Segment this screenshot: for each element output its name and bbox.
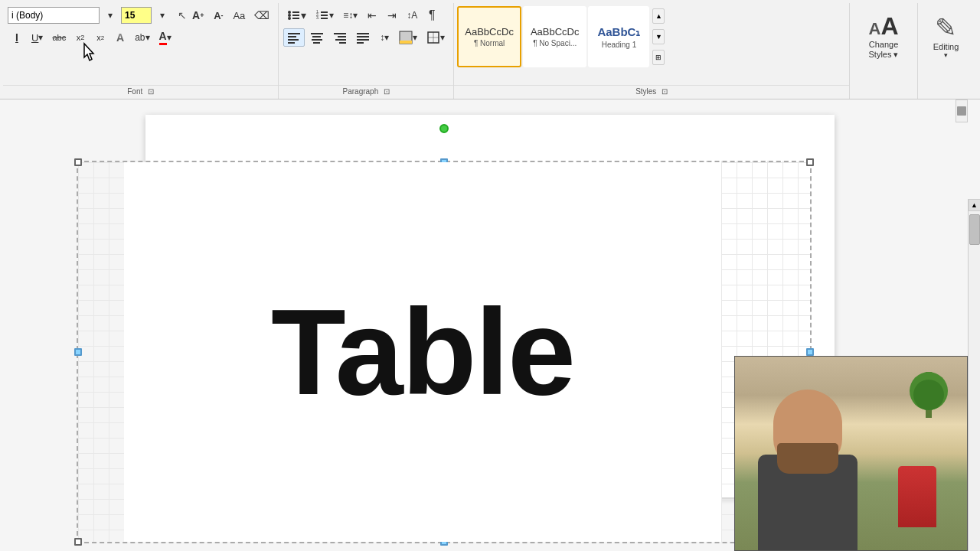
svg-rect-1 xyxy=(292,11,299,13)
svg-rect-19 xyxy=(313,42,320,44)
svg-rect-3 xyxy=(292,15,299,16)
bold-button[interactable]: I xyxy=(8,28,26,47)
clear-formatting-button[interactable]: ⌫ xyxy=(250,6,273,24)
handle-mid-left[interactable] xyxy=(74,348,82,356)
handle-top-right[interactable] xyxy=(806,158,814,166)
right-scrollbar[interactable]: ▲ ▼ xyxy=(968,199,980,551)
person-beard xyxy=(777,443,838,474)
editing-label: Editing xyxy=(933,42,959,51)
red-toy xyxy=(898,466,936,527)
multilevel-list-button[interactable]: ≡↕▾ xyxy=(339,6,361,24)
borders-button[interactable]: ▾ xyxy=(423,28,449,47)
change-case-button[interactable]: Aa xyxy=(229,6,249,24)
shading-icon xyxy=(399,31,413,44)
style-no-spacing[interactable]: AaBbCcDc ¶ No Spaci... xyxy=(523,6,587,67)
style-heading1[interactable]: AaBbC₁ Heading 1 xyxy=(588,6,649,67)
change-styles-button[interactable]: AA ChangeStyles ▾ xyxy=(853,6,914,67)
align-right-button[interactable] xyxy=(329,28,351,47)
svg-point-4 xyxy=(288,17,291,20)
grow-font-button[interactable]: A+ xyxy=(188,6,207,24)
svg-rect-22 xyxy=(335,39,346,41)
numbering-icon: 1. 2. 3. xyxy=(315,8,329,22)
svg-rect-23 xyxy=(339,42,346,44)
bullets-button[interactable]: ▾ xyxy=(283,6,310,24)
font-row1: i (Body) ▾ 15 ▾ ↖ A+ A- Aa ⌫ xyxy=(8,6,273,24)
gallery-scroll-up[interactable]: ▲ xyxy=(652,8,665,24)
svg-rect-5 xyxy=(292,18,299,19)
scroll-top-button[interactable] xyxy=(956,99,968,122)
webcam-overlay xyxy=(734,356,968,551)
font-color-icon: A xyxy=(159,30,167,45)
bullets-icon xyxy=(287,8,301,22)
align-center-button[interactable] xyxy=(306,28,328,47)
font-group-label: Font ⊡ xyxy=(3,85,278,96)
scroll-icon xyxy=(956,106,967,116)
style-nospacing-label: ¶ No Spaci... xyxy=(533,39,577,47)
align-center-icon xyxy=(310,31,324,44)
scroll-thumb[interactable] xyxy=(969,214,980,245)
editing-dropdown-arrow: ▾ xyxy=(944,51,948,59)
change-styles-icon: AA xyxy=(868,14,898,38)
justify-icon xyxy=(356,31,370,44)
sort-button[interactable]: ↕A xyxy=(403,6,421,24)
cursor-position-indicator: ↖ xyxy=(178,9,187,21)
rotation-handle[interactable] xyxy=(439,124,449,133)
style-normal-label: ¶ Normal xyxy=(474,39,505,47)
ribbon-toolbar: i (Body) ▾ 15 ▾ ↖ A+ A- Aa ⌫ I U▾ abc x2 xyxy=(0,0,980,99)
align-right-icon xyxy=(333,31,347,44)
svg-rect-18 xyxy=(312,39,322,41)
editing-button[interactable]: ✎ Editing ▾ xyxy=(921,6,971,67)
highlight-icon: ab xyxy=(135,32,145,43)
decrease-indent-button[interactable]: ⇤ xyxy=(363,6,381,24)
shading-button[interactable]: ▾ xyxy=(395,28,421,47)
handle-mid-right[interactable] xyxy=(806,348,814,356)
font-color-button[interactable]: A▾ xyxy=(155,28,175,47)
increase-indent-button[interactable]: ⇥ xyxy=(383,6,401,24)
gallery-scroll-down[interactable]: ▼ xyxy=(652,29,665,44)
paragraph-group-expand[interactable]: ⊡ xyxy=(384,87,390,96)
scroll-up-arrow[interactable]: ▲ xyxy=(969,199,981,211)
strikethrough-icon: abc xyxy=(52,33,66,42)
line-spacing-button[interactable]: ↕▾ xyxy=(375,28,394,47)
svg-rect-25 xyxy=(357,36,369,37)
svg-point-0 xyxy=(288,11,291,14)
font-name-dropdown[interactable]: ▾ xyxy=(101,6,119,24)
svg-point-2 xyxy=(288,14,291,17)
handle-top-left[interactable] xyxy=(74,158,82,166)
justify-button[interactable] xyxy=(352,28,374,47)
gallery-expand[interactable]: ⊞ xyxy=(652,50,665,65)
show-marks-button[interactable]: ¶ xyxy=(423,6,441,24)
document-area: ▲ ▼ Table xyxy=(0,99,980,551)
superscript-button[interactable]: x2 xyxy=(91,28,109,47)
strikethrough-button[interactable]: abc xyxy=(48,28,70,47)
underline-button[interactable]: U▾ xyxy=(28,28,47,47)
numbering-button[interactable]: 1. 2. 3. ▾ xyxy=(312,6,338,24)
style-normal[interactable]: AaBbCcDc ¶ Normal xyxy=(457,6,521,67)
svg-rect-20 xyxy=(334,33,346,34)
svg-rect-29 xyxy=(400,41,412,44)
subscript-button[interactable]: x2 xyxy=(71,28,90,47)
plant-decoration xyxy=(906,372,952,433)
webcam-content xyxy=(735,357,967,550)
change-styles-area: AA ChangeStyles ▾ xyxy=(850,3,918,99)
table-container[interactable]: Table xyxy=(77,161,812,543)
svg-text:3.: 3. xyxy=(316,15,319,20)
svg-rect-14 xyxy=(288,39,299,41)
editing-area: ✎ Editing ▾ xyxy=(918,3,977,99)
person-silhouette xyxy=(750,382,873,550)
font-row2: I U▾ abc x2 x2 A ab▾ A▾ xyxy=(8,28,273,47)
handle-bottom-left[interactable] xyxy=(74,538,82,546)
styles-group-expand[interactable]: ⊡ xyxy=(662,87,668,96)
font-size-dropdown[interactable]: ▾ xyxy=(153,6,172,24)
svg-rect-9 xyxy=(321,15,328,16)
table-content: Table xyxy=(124,162,721,542)
font-name-input[interactable]: i (Body) xyxy=(8,7,100,24)
font-group-expand[interactable]: ⊡ xyxy=(148,87,154,96)
borders-icon xyxy=(426,31,440,44)
shrink-font-button[interactable]: A- xyxy=(209,6,227,24)
align-left-button[interactable] xyxy=(283,28,305,47)
text-effects-button[interactable]: A xyxy=(111,28,129,47)
font-size-input[interactable]: 15 xyxy=(121,7,152,24)
table-heading-text: Table xyxy=(271,282,574,422)
highlight-button[interactable]: ab▾ xyxy=(131,28,153,47)
